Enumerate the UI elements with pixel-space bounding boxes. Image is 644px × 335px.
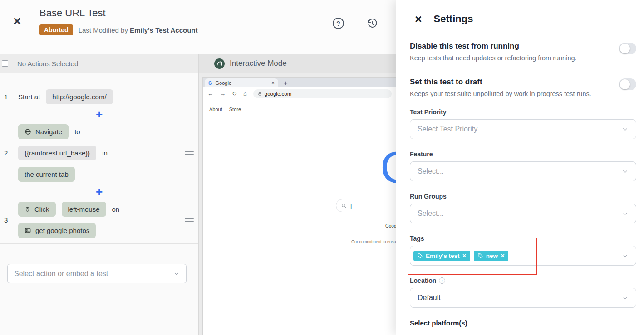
google-footer-fragment: Our commitment to ensu [351,239,396,244]
history-icon[interactable] [367,18,378,29]
test-steps-panel: No Actions Selected 1 Start at http://go… [0,54,199,335]
tag-chip[interactable]: new ✕ [474,251,508,261]
drag-handle-icon[interactable] [185,151,194,155]
google-favicon: G [208,80,212,86]
location-label-text: Location [410,277,436,284]
test-priority-select[interactable]: Select Test Priority [410,119,636,139]
feature-label: Feature [410,151,636,158]
chevron-down-icon [622,126,629,133]
add-action-placeholder: Select action or embed a test [14,270,108,278]
tags-select[interactable]: Emily's test ✕ new ✕ [410,246,636,266]
last-modified-author: Emily's Test Account [130,26,197,34]
navigate-action-pill[interactable]: Navigate [18,124,69,139]
select-all-checkbox[interactable] [2,60,8,67]
disable-test-description: Keep tests that need updates or refactor… [410,54,577,62]
interactive-mode-header: Interactive Mode [199,54,396,73]
feature-field: Feature Select... [410,151,636,181]
add-step-plus-icon[interactable]: + [96,186,103,198]
test-step-1: 1 Start at http://google.com/ [0,89,198,104]
tag-chip-label: new [486,252,498,259]
address-bar[interactable]: google.com [253,89,392,98]
test-priority-field: Test Priority Select Test Priority [410,108,636,139]
draft-test-section: Set this test to draft Keeps your test s… [410,78,636,97]
mouse-button-text: left-mouse [68,205,100,213]
url-base-pill[interactable]: {{rainforest.url_base}} [18,146,96,160]
test-priority-placeholder: Select Test Priority [418,125,477,133]
draft-test-title: Set this test to draft [410,78,591,87]
draft-test-toggle[interactable] [619,78,636,90]
step-number: 1 [0,93,18,101]
disable-test-toggle[interactable] [619,43,636,54]
interactive-mode-panel: Interactive Mode G Google × + ← → [199,54,396,335]
close-test-icon[interactable]: ✕ [13,16,21,27]
step-number: 3 [0,216,18,224]
store-link[interactable]: Store [229,107,241,112]
back-icon[interactable]: ← [207,90,213,97]
google-search-button-fragment[interactable]: Goog [385,223,396,228]
help-icon[interactable]: ? [333,18,344,29]
location-select[interactable]: Default [410,288,636,308]
mouse-button-pill[interactable]: left-mouse [62,202,106,217]
add-step-row: + [0,108,198,120]
forward-icon[interactable]: → [220,90,226,97]
location-label: Location i [410,277,636,284]
steps-list: 1 Start at http://google.com/ + [0,73,198,238]
click-target-pill[interactable]: get google photos [18,223,96,238]
remove-tag-icon[interactable]: ✕ [462,253,467,259]
add-step-row: + [0,186,198,198]
google-top-links: About Store [209,107,241,112]
chevron-down-icon [622,210,629,217]
selection-label: No Actions Selected [17,60,78,68]
in-word: in [102,149,108,157]
test-step-3: 3 Click [0,202,198,238]
add-step-plus-icon[interactable]: + [96,108,103,120]
location-value: Default [418,294,441,302]
platforms-label: Select platform(s) [410,319,636,327]
test-step-2: 2 Navigate [0,124,198,182]
test-header: ✕ Base URL Test Aborted Last Modified by… [0,0,396,54]
tag-chip-label: Emily's test [426,252,460,259]
about-link[interactable]: About [209,107,222,112]
image-icon [25,227,31,234]
tags-field: Tags Emily's test ✕ [410,235,636,266]
info-icon[interactable]: i [439,277,445,284]
click-action-pill[interactable]: Click [18,202,56,217]
run-groups-select[interactable]: Select... [410,204,636,223]
feature-select[interactable]: Select... [410,161,636,181]
tag-chip[interactable]: Emily's test ✕ [413,251,470,261]
address-url: google.com [265,91,291,97]
add-action-select[interactable]: Select action or embed a test [7,264,187,283]
remove-tag-icon[interactable]: ✕ [501,253,505,259]
refresh-icon[interactable]: ↻ [232,90,237,97]
drag-handle-icon[interactable] [185,218,194,222]
lock-icon [258,92,262,96]
navigate-label: Navigate [35,128,62,136]
meta-row: Aborted Last Modified by Emily's Test Ac… [39,24,198,35]
rainforest-logo-icon [214,58,225,69]
browser-address-row: ← → ↻ ⌂ google.com [203,87,396,100]
mouse-icon [25,206,30,213]
google-search-box[interactable]: | [336,199,396,212]
interactive-mode-title: Interactive Mode [230,59,287,68]
home-icon[interactable]: ⌂ [243,90,247,97]
start-at-label: Start at [18,93,40,101]
feature-placeholder: Select... [418,167,444,175]
browser-tab[interactable]: G Google × [205,78,278,87]
click-target-text: get google photos [35,227,89,234]
settings-close-icon[interactable]: ✕ [414,15,423,24]
settings-panel: ✕ Settings Disable this test from runnin… [396,0,644,335]
tag-icon [477,253,483,259]
virtual-browser[interactable]: G Google × + ← → ↻ ⌂ [203,78,396,335]
tag-icon [417,253,423,259]
new-tab-icon[interactable]: + [284,79,288,87]
start-url-pill[interactable]: http://google.com/ [46,89,113,104]
chevron-down-icon [622,168,629,175]
test-priority-label: Test Priority [410,108,636,116]
disable-test-section: Disable this test from running Keep test… [410,42,636,62]
tag-chips: Emily's test ✕ new ✕ [413,251,508,261]
current-tab-pill[interactable]: the current tab [18,167,75,182]
chevron-down-icon [173,271,180,277]
tab-close-icon[interactable]: × [271,80,275,86]
search-icon [341,203,347,209]
editor-columns: No Actions Selected 1 Start at http://go… [0,54,396,335]
